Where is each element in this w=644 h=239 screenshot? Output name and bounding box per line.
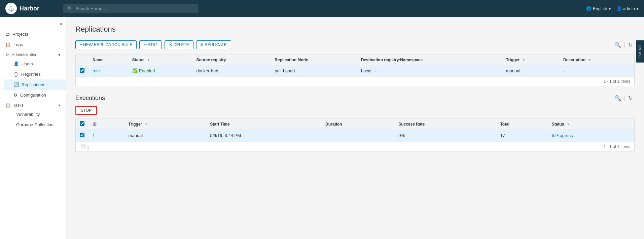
edit-button[interactable]: ✏ EDIT [139,40,162,49]
exec-cell-trigger: manual [124,130,206,141]
lang-label: English [593,6,607,11]
exec-cell-duration: - [321,130,394,141]
sidebar-item-label: Garbage Collection [16,122,53,127]
chevron-down-icon: ▾ [609,6,611,11]
sort-icon: ▼ [147,58,150,62]
replications-table: Name Status ▼ Source registry Replicatio… [76,55,634,77]
table-row[interactable]: rule ✅ Enabled docker-hub pull-based Loc… [76,65,634,77]
sidebar-item-configuration[interactable]: ⚙ Configuration [4,90,66,100]
stop-button[interactable]: STOP [75,106,97,115]
sidebar-section-tasks[interactable]: 📋 Tasks ▾ [0,100,66,109]
topnav-right: 🌐 English ▾ 👤 admin ▾ [586,6,639,11]
col-source-registry: Source registry [192,55,271,65]
collapse-icon[interactable]: « [60,21,62,26]
executions-search-icon-button[interactable]: 🔍 [612,94,623,102]
sidebar-item-label: Replications [22,82,45,87]
config-icon: ⚙ [13,93,17,98]
exec-col-start-time: Start Time [206,118,321,130]
search-bar[interactable]: 🔍 [63,4,198,13]
admin-label: Administration [12,53,37,57]
cell-trigger: manual [502,65,559,77]
executions-footer: 1 1 - 1 of 1 items [76,141,634,151]
exec-select-all-checkbox[interactable] [80,121,84,126]
check-circle-icon: ✅ [132,68,138,73]
sidebar-item-logs[interactable]: 📋 Logs [0,39,66,50]
replications-icon: 🔄 [13,82,19,87]
sidebar-toggle[interactable]: « [0,20,66,29]
cell-replication-mode: pull-based [271,65,357,77]
select-all-header [76,55,88,65]
sidebar-item-garbage-collection[interactable]: Garbage Collection [4,120,66,130]
sidebar-item-label: Configuration [20,93,46,98]
cell-status: ✅ Enabled [128,65,192,77]
replicate-button[interactable]: ⧉ REPLICATE [196,40,231,49]
admin-icon: ⚙ [5,53,9,57]
toolbar-search-refresh: 🔍 ↻ [612,41,635,49]
cell-name: rule [88,65,128,77]
sidebar-item-label: Logs [13,42,23,47]
sidebar-item-vulnerability[interactable]: Vulnerability [4,109,66,120]
user-menu[interactable]: 👤 admin ▾ [616,6,639,11]
logs-icon: 📋 [5,42,11,47]
tasks-label: Tasks [13,103,24,108]
sidebar-item-label: Registries [21,72,41,77]
sidebar-item-users[interactable]: 👤 Users [4,59,66,69]
tasks-icon: 📋 [5,103,10,108]
sidebar-item-registries[interactable]: ◯ Registries [4,69,66,79]
col-status: Status ▼ [128,55,192,65]
language-selector[interactable]: 🌐 English ▾ [586,6,611,11]
sidebar-section-administration[interactable]: ⚙ Administration ▾ [0,50,66,59]
executions-table-container: ID Trigger ▼ Start Time Duration [75,118,635,152]
executions-table: ID Trigger ▼ Start Time Duration [76,118,634,141]
search-input[interactable] [75,6,194,11]
event-tab[interactable]: EVENT [636,40,644,63]
replications-toolbar: + NEW REPLICATION RULE ✏ EDIT ✕ DELETE ⧉… [75,40,635,49]
app-logo[interactable]: ⚓ Harbor [5,3,59,14]
exec-col-id: ID [88,118,124,130]
exec-col-duration: Duration [321,118,394,130]
exec-col-trigger: Trigger ▼ [124,118,206,130]
replications-pagination: 1 - 1 of 1 items [76,77,634,86]
chevron-down-icon: ▾ [636,6,639,11]
executions-title: Executions [75,95,105,102]
executions-header: Executions 🔍 ↻ [75,94,635,102]
app-name: Harbor [20,5,39,12]
chevron-down-icon: ▾ [58,103,60,108]
exec-cell-id: 1 [88,130,124,141]
sort-icon: ▼ [588,58,591,62]
executions-refresh-icon-button[interactable]: ↻ [626,94,635,102]
exec-col-success-rate: Success Rate [394,118,496,130]
chevron-down-icon: ▾ [58,53,60,57]
exec-cell-total: 17 [496,130,547,141]
new-replication-rule-button[interactable]: + NEW REPLICATION RULE [75,40,137,49]
col-replication-mode: Replication Mode [271,55,357,65]
users-icon: 👤 [13,61,19,66]
exec-col-status: Status ▼ [548,118,634,130]
table-row[interactable]: 1 manual 5/9/19, 3:44 PM - 0% 17 InProgr… [76,130,634,141]
sort-icon: ▼ [522,58,526,62]
sidebar-item-label: Users [22,61,33,66]
exec-row-checkbox[interactable] [80,133,84,137]
refresh-icon-button[interactable]: ↻ [626,41,635,49]
sidebar-item-replications[interactable]: 🔄 Replications [4,79,66,90]
logo-icon: ⚓ [5,3,17,14]
delete-button[interactable]: ✕ DELETE [165,40,193,49]
sidebar-item-label: Projects [12,32,28,37]
sidebar-item-projects[interactable]: 🗂 Projects [0,29,66,39]
row-checkbox[interactable] [80,68,84,73]
replications-table-container: Name Status ▼ Source registry Replicatio… [75,55,635,86]
top-navbar: ⚓ Harbor 🔍 🌐 English ▾ 👤 admin ▾ [0,0,644,17]
sidebar: « 🗂 Projects 📋 Logs ⚙ Administration ▾ 👤… [0,17,66,239]
page-title: Replications [75,25,635,34]
sort-icon: ▼ [567,123,570,126]
sidebar-item-label: Vulnerability [16,112,40,117]
search-icon: 🔍 [67,6,73,11]
search-icon-button[interactable]: 🔍 [612,41,623,49]
cell-destination: Local : - [357,65,502,77]
user-label: admin [623,6,635,11]
col-name: Name [88,55,128,65]
cell-description: - [559,65,634,77]
exec-select-all-header[interactable] [76,118,88,130]
col-destination: Destination registry:Namespace [357,55,502,65]
projects-icon: 🗂 [5,32,10,37]
